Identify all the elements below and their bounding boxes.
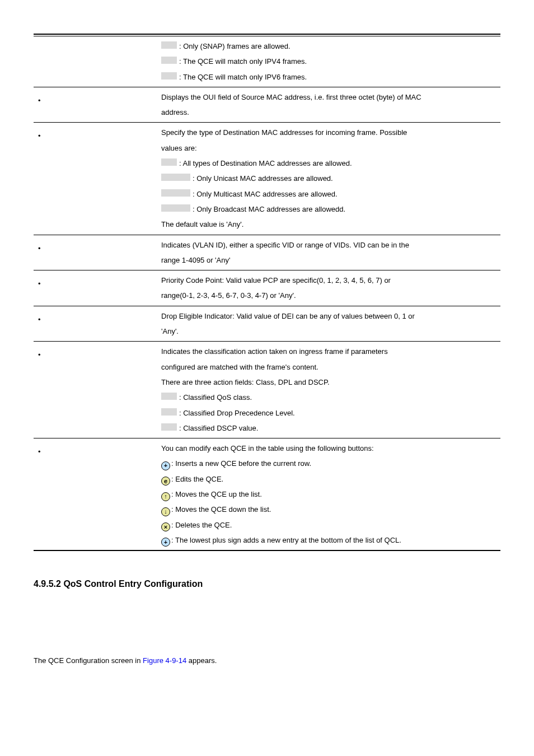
line-text: : Inserts a new QCE before the current r… — [171, 459, 311, 468]
line: : Classified Drop Precedence Level. — [161, 405, 497, 421]
placeholder-box — [161, 204, 190, 212]
line-text: The default value is 'Any'. — [161, 220, 243, 228]
line-text: : Deletes the QCE. — [171, 521, 232, 529]
footer-prefix: The QCE Configuration screen in — [34, 656, 143, 665]
line: +: Inserts a new QCE before the current … — [161, 456, 497, 471]
table-row: : Only (SNAP) frames are allowed.: The Q… — [34, 36, 500, 87]
plus2-icon: + — [161, 538, 170, 547]
row-key-cell — [34, 36, 158, 87]
line-text: Indicates (VLAN ID), either a specific V… — [161, 241, 409, 249]
line: ×: Deletes the QCE. — [161, 517, 497, 533]
line: +: The lowest plus sign adds a new entry… — [161, 533, 497, 548]
line-text: : Classified QoS class. — [179, 393, 252, 402]
line-text: Priority Code Point: Valid value PCP are… — [161, 276, 391, 284]
up-icon: ↑ — [161, 492, 170, 501]
line: The default value is 'Any'. — [161, 217, 497, 232]
line-text: : All types of Destination MAC addresses… — [179, 159, 352, 167]
row-value-cell: You can modify each QCE in the table usi… — [158, 438, 500, 551]
line-text: values are: — [161, 144, 197, 152]
bullet-icon: • — [37, 344, 41, 362]
down-icon: ↓ — [161, 507, 170, 516]
line: There are three action fields: Class, DP… — [161, 375, 497, 390]
line: Specify the type of Destination MAC addr… — [161, 125, 497, 140]
del-icon: × — [161, 522, 170, 531]
row-key-cell: • — [34, 235, 158, 270]
line-text: configured are matched with the frame's … — [161, 363, 318, 371]
line: : Only Multicast MAC addresses are allow… — [161, 186, 497, 202]
line-text: range(0-1, 2-3, 4-5, 6-7, 0-3, 4-7) or '… — [161, 291, 296, 300]
bullet-icon: • — [37, 273, 41, 291]
table-row: •Indicates the classification action tak… — [34, 342, 500, 438]
line-text: : The QCE will match only IPV4 frames. — [179, 57, 307, 66]
bullet-icon: • — [37, 125, 41, 143]
line-text: address. — [161, 108, 189, 116]
line-text: : Only Unicast MAC addresses are allowed… — [193, 174, 333, 183]
line: : The QCE will match only IPV4 frames. — [161, 54, 497, 69]
row-value-cell: Priority Code Point: Valid value PCP are… — [158, 270, 500, 306]
bullet-icon: • — [37, 309, 41, 327]
line-text: Specify the type of Destination MAC addr… — [161, 128, 407, 137]
placeholder-box — [161, 41, 177, 49]
line-text: : Moves the QCE up the list. — [171, 490, 262, 498]
line-text: : Classified Drop Precedence Level. — [179, 409, 295, 417]
line: : Only Unicast MAC addresses are allowed… — [161, 171, 497, 186]
line: Displays the OUI field of Source MAC add… — [161, 90, 497, 105]
line: : Classified DSCP value. — [161, 421, 497, 436]
table-body: : Only (SNAP) frames are allowed.: The Q… — [34, 36, 500, 551]
footer-text: The QCE Configuration screen in Figure 4… — [34, 656, 500, 665]
bullet-icon: • — [37, 237, 41, 256]
placeholder-box — [161, 423, 177, 431]
line: Drop Eligible Indicator: Valid value of … — [161, 309, 497, 324]
section-heading: 4.9.5.2 QoS Control Entry Configuration — [34, 579, 500, 589]
line: : All types of Destination MAC addresses… — [161, 156, 497, 171]
placeholder-box — [161, 189, 190, 197]
doc-table: : Only (SNAP) frames are allowed.: The Q… — [34, 34, 500, 551]
line: ↓: Moves the QCE down the list. — [161, 502, 497, 517]
line-text: : Classified DSCP value. — [179, 424, 258, 432]
line: e: Edits the QCE. — [161, 472, 497, 487]
line-text: Displays the OUI field of Source MAC add… — [161, 93, 421, 101]
line: ↑: Moves the QCE up the list. — [161, 487, 497, 502]
row-key-cell: • — [34, 270, 158, 306]
line-text: 'Any'. — [161, 327, 179, 335]
line: range(0-1, 2-3, 4-5, 6-7, 0-3, 4-7) or '… — [161, 288, 497, 303]
line: address. — [161, 105, 497, 120]
line-text: There are three action fields: Class, DP… — [161, 378, 330, 386]
row-value-cell: Indicates the classification action take… — [158, 342, 500, 438]
line-text: : The QCE will match only IPV6 frames. — [179, 73, 307, 81]
table-row: •Indicates (VLAN ID), either a specific … — [34, 235, 500, 270]
line-text: : Edits the QCE. — [171, 475, 223, 483]
line: : Only Broadcast MAC addresses are allow… — [161, 202, 497, 217]
row-key-cell: • — [34, 87, 158, 123]
line: : The QCE will match only IPV6 frames. — [161, 69, 497, 85]
row-value-cell: Displays the OUI field of Source MAC add… — [158, 87, 500, 123]
line-text: : Only (SNAP) frames are allowed. — [179, 42, 291, 50]
line: values are: — [161, 141, 497, 156]
row-key-cell: • — [34, 438, 158, 551]
row-key-cell: • — [34, 123, 158, 235]
line: Indicates the classification action take… — [161, 344, 497, 359]
row-value-cell: : Only (SNAP) frames are allowed.: The Q… — [158, 36, 500, 87]
table-row: •You can modify each QCE in the table us… — [34, 438, 500, 551]
placeholder-box — [161, 408, 177, 416]
placeholder-box — [161, 57, 177, 64]
figure-link[interactable]: Figure 4-9-14 — [143, 656, 186, 665]
table-row: •Priority Code Point: Valid value PCP ar… — [34, 270, 500, 306]
bullet-icon: • — [37, 90, 41, 108]
line: range 1-4095 or 'Any' — [161, 253, 497, 268]
row-key-cell: • — [34, 342, 158, 438]
line: : Only (SNAP) frames are allowed. — [161, 39, 497, 54]
table-row: •Drop Eligible Indicator: Valid value of… — [34, 306, 500, 342]
line: configured are matched with the frame's … — [161, 360, 497, 375]
line-text: : Moves the QCE down the list. — [171, 505, 271, 514]
page: : Only (SNAP) frames are allowed.: The Q… — [0, 0, 534, 756]
line: 'Any'. — [161, 324, 497, 339]
edit-icon: e — [161, 477, 170, 486]
row-value-cell: Specify the type of Destination MAC addr… — [158, 123, 500, 235]
line: Indicates (VLAN ID), either a specific V… — [161, 237, 497, 253]
line: : Classified QoS class. — [161, 390, 497, 405]
line-text: You can modify each QCE in the table usi… — [161, 444, 374, 452]
line-text: : The lowest plus sign adds a new entry … — [171, 536, 401, 544]
line-text: range 1-4095 or 'Any' — [161, 256, 231, 264]
row-value-cell: Drop Eligible Indicator: Valid value of … — [158, 306, 500, 342]
